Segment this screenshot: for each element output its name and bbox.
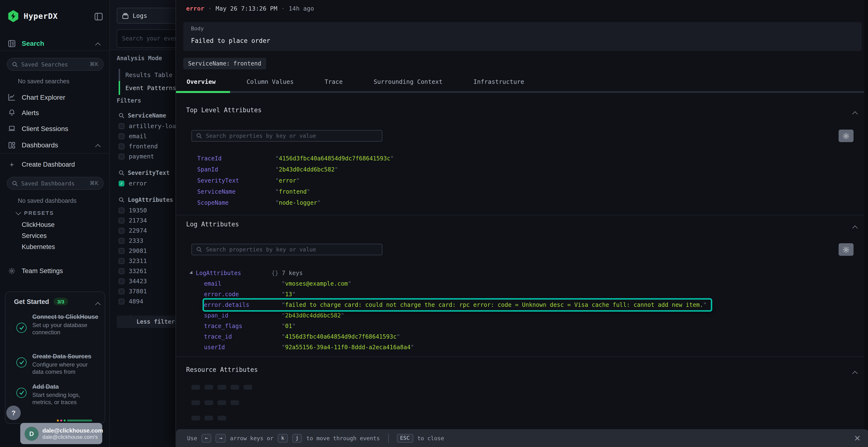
tab[interactable]: Column Values xyxy=(236,72,304,91)
get-started-title: Get Started xyxy=(14,298,49,305)
saved-dashboards-input[interactable]: ⌘K xyxy=(7,177,104,190)
resource-tag[interactable] xyxy=(191,400,200,405)
chevron-up-icon[interactable] xyxy=(95,42,101,48)
attribute-row[interactable]: userId "92a55156-39a4-11f0-8ddd-a2eca416… xyxy=(204,342,711,353)
tab[interactable]: Overview xyxy=(176,72,226,91)
search-section-icon xyxy=(8,40,16,47)
resource-tag[interactable] xyxy=(244,385,252,390)
resource-tag[interactable] xyxy=(205,400,213,405)
sidebar-collapse-icon[interactable] xyxy=(94,12,103,21)
chevron-up-icon[interactable] xyxy=(95,302,101,308)
attribute-row[interactable]: error.details "failed to charge card: co… xyxy=(204,300,711,310)
chevron-down-icon xyxy=(16,209,21,215)
tab[interactable]: Infrastructure xyxy=(463,72,535,91)
checkbox-unchecked[interactable] xyxy=(119,228,124,233)
sidebar-item-chart-explorer[interactable]: Chart Explorer xyxy=(0,92,110,104)
resource-tag[interactable] xyxy=(230,400,239,405)
checkbox-unchecked[interactable] xyxy=(119,248,124,253)
close-icon[interactable]: × xyxy=(854,433,861,443)
create-dashboard-button[interactable]: + Create Dashboard xyxy=(0,160,110,171)
attribute-row[interactable]: TraceId "4156d3fbc40a64854d9dc7f68641593… xyxy=(197,153,858,164)
attribute-row[interactable]: error.code "13" xyxy=(204,289,711,300)
checkbox-unchecked[interactable] xyxy=(119,217,124,223)
top-level-search-field[interactable] xyxy=(206,133,378,139)
sidebar-item-team-settings[interactable]: Team Settings xyxy=(0,266,110,277)
preset-clickhouse[interactable]: ClickHouse xyxy=(22,221,55,228)
column-settings-button[interactable] xyxy=(839,243,854,256)
checkbox-unchecked[interactable] xyxy=(119,268,124,274)
collapse-section-icon[interactable] xyxy=(853,367,857,376)
resource-tag[interactable] xyxy=(191,416,200,420)
mode-results-table[interactable]: Results Table xyxy=(119,69,176,81)
resource-tag[interactable] xyxy=(205,416,213,420)
body-value: Failed to place order xyxy=(191,37,270,44)
no-saved-searches-text: No saved searches xyxy=(18,78,69,85)
gear-icon xyxy=(8,267,16,275)
drawer-footer: Use ← → arrow keys or k j to move throug… xyxy=(176,429,868,447)
body-card: Body Failed to place order xyxy=(183,22,862,51)
attribute-row[interactable]: SpanId "2b43d0c4dd6bc582" xyxy=(197,164,858,175)
collapse-section-icon[interactable] xyxy=(853,107,857,116)
bell-icon xyxy=(8,109,16,116)
tab[interactable]: Trace xyxy=(314,72,353,91)
saved-searches-field[interactable] xyxy=(21,61,86,68)
attribute-row[interactable]: trace_id "4156d3fbc40a64854d9dc7f6864159… xyxy=(204,332,711,342)
key-arrow-left: ← xyxy=(202,434,212,442)
checkbox-unchecked[interactable] xyxy=(119,288,124,294)
user-email: dale@clickhouse.com xyxy=(42,427,103,434)
attribute-row[interactable]: SeverityText "error" xyxy=(197,175,858,186)
attribute-row[interactable]: span_id "2b43d0c4dd6bc582" xyxy=(204,310,711,321)
collapse-section-icon[interactable] xyxy=(853,221,857,231)
brand-name: HyperDX xyxy=(24,11,58,21)
mode-event-patterns[interactable]: Event Patterns xyxy=(119,81,176,95)
presets-toggle[interactable]: PRESETS xyxy=(17,210,54,216)
resource-tag[interactable] xyxy=(230,385,239,390)
checkbox-unchecked[interactable] xyxy=(119,133,124,139)
scrollbar[interactable] xyxy=(864,0,868,429)
preset-services[interactable]: Services xyxy=(22,232,47,239)
checkbox-unchecked[interactable] xyxy=(119,123,124,129)
log-attributes-root-row[interactable]: LogAttributes {}7 keys xyxy=(190,268,303,278)
sidebar-section-dashboards[interactable]: Dashboards xyxy=(0,140,110,150)
checkbox-unchecked[interactable] xyxy=(119,278,124,284)
resource-tag[interactable] xyxy=(191,385,200,390)
saved-searches-input[interactable]: ⌘K xyxy=(7,58,104,71)
log-attributes-search-field[interactable] xyxy=(206,246,378,253)
checkbox-unchecked[interactable] xyxy=(119,207,124,213)
checkbox-unchecked[interactable] xyxy=(119,258,124,264)
service-name-tag[interactable]: ServiceName: frontend xyxy=(183,58,266,69)
divider xyxy=(388,434,389,442)
user-menu[interactable]: D dale@clickhouse.com dale@clickhouse.co… xyxy=(20,423,102,444)
attribute-row[interactable]: email "vmoses@example.com" xyxy=(204,278,711,289)
confetti-icon xyxy=(57,419,92,421)
checkbox-checked[interactable]: ✓ xyxy=(119,180,124,186)
resource-tag[interactable] xyxy=(217,385,226,390)
sidebar-item-client-sessions[interactable]: Client Sessions xyxy=(0,123,110,135)
checkbox-unchecked[interactable] xyxy=(119,238,124,243)
search-filters-panel: Logs Search your events Analysis Mode Re… xyxy=(110,0,176,447)
checkbox-unchecked[interactable] xyxy=(119,299,124,304)
check-circle-icon xyxy=(17,388,27,398)
column-settings-button[interactable] xyxy=(839,130,854,142)
chevron-up-icon[interactable] xyxy=(95,144,101,149)
key-esc: ESC xyxy=(397,434,413,442)
log-attributes-search[interactable] xyxy=(191,244,382,255)
detail-tabs: OverviewColumn ValuesTraceSurrounding Co… xyxy=(176,72,868,93)
search-icon xyxy=(196,133,202,139)
sidebar-item-alerts[interactable]: Alerts xyxy=(0,107,110,119)
search-icon xyxy=(12,180,18,186)
resource-tag[interactable] xyxy=(205,385,213,390)
checkbox-unchecked[interactable] xyxy=(119,153,124,159)
help-button[interactable]: ? xyxy=(6,406,21,420)
attribute-row[interactable]: ScopeName "node-logger" xyxy=(197,197,858,208)
checkbox-unchecked[interactable] xyxy=(119,143,124,149)
attribute-row[interactable]: trace_flags "01" xyxy=(204,321,711,332)
attribute-row[interactable]: ServiceName "frontend" xyxy=(197,186,858,197)
resource-tag[interactable] xyxy=(217,416,226,420)
saved-dashboards-field[interactable] xyxy=(21,180,86,187)
sidebar-section-search[interactable]: Search xyxy=(0,38,110,49)
preset-kubernetes[interactable]: Kubernetes xyxy=(22,243,55,250)
tab[interactable]: Surrounding Context xyxy=(363,72,453,91)
top-level-search[interactable] xyxy=(191,130,382,142)
resource-tag[interactable] xyxy=(217,400,226,405)
